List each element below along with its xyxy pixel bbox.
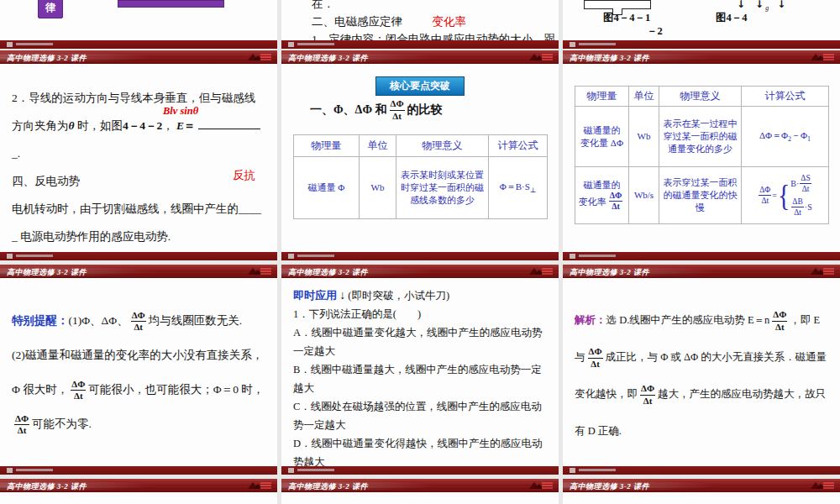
slide-answer-analysis[interactable]: 高中物理选修 3-2 课件 解析：选 D.线圈中产生的感应电动势 E＝nΔΦΔt… bbox=[563, 265, 840, 475]
slide-sorter-grid: 律 在． 二、电磁感应定律 变化率 1．定律内容：闭合电路中感应电动势的大小，跟… bbox=[0, 0, 840, 504]
fraction: ΔΦΔt bbox=[609, 192, 623, 213]
slide-top-right[interactable]: 图4－4－1 －2 ↓↓g↓ 图4－4 bbox=[563, 0, 840, 49]
table-cell: 磁通量的 变化量 ΔΦ bbox=[575, 107, 629, 167]
answer-text: 变化率 bbox=[432, 15, 466, 28]
slide-bottom-middle[interactable]: 高中物理选修 3-2 课件 bbox=[281, 479, 559, 504]
slide-header-title: 高中物理选修 3-2 课件 bbox=[570, 53, 649, 64]
arrow-label: g bbox=[765, 4, 769, 12]
body-line: _ 电源电动势作用的感应电动势. bbox=[12, 223, 267, 250]
table-cell: 表示在某一过程中穿过某一面积的磁通量变化的多少 bbox=[659, 107, 742, 167]
slide-footer-bar bbox=[281, 252, 559, 260]
down-arrow-icon: ↓ bbox=[737, 0, 755, 10]
table-cell: 磁通量 Φ bbox=[294, 157, 360, 219]
emf-symbol: E bbox=[176, 119, 184, 132]
slide-header-bar: 高中物理选修 3-2 课件 bbox=[281, 479, 559, 492]
slide-header-bar: 高中物理选修 3-2 课件 bbox=[0, 265, 277, 278]
slide-header-bar: 高中物理选修 3-2 课件 bbox=[0, 50, 277, 64]
analysis-label: 解析： bbox=[575, 314, 606, 326]
instant-application-label: 即时应用 bbox=[293, 289, 337, 302]
table-cell: 表示穿过某一面积的磁通量变化的快慢 bbox=[659, 167, 742, 224]
fill-in-blank: Blv sinθ bbox=[198, 118, 260, 129]
slide-header-bar: 高中物理选修 3-2 课件 bbox=[563, 50, 840, 64]
concept-box-label: 律 bbox=[45, 1, 55, 15]
slide-bottom-right[interactable]: 高中物理选修 3-2 课件 bbox=[563, 479, 840, 504]
slide-special-reminder[interactable]: 高中物理选修 3-2 课件 特别提醒：(1)Φ、ΔΦ、ΔΦΔt均与线圈匝数无关.… bbox=[0, 265, 277, 475]
slide-header-title: 高中物理选修 3-2 课件 bbox=[7, 267, 87, 278]
publisher-logo-icon bbox=[809, 52, 834, 62]
slide-header-bar: 高中物理选修 3-2 课件 bbox=[281, 265, 559, 278]
slide-bottom-left[interactable]: 高中物理选修 3-2 课件 bbox=[0, 479, 277, 504]
slide-top-left[interactable]: 律 bbox=[0, 0, 277, 49]
slide-header-title: 高中物理选修 3-2 课件 bbox=[7, 53, 87, 64]
slide-header-title: 高中物理选修 3-2 课件 bbox=[288, 267, 368, 278]
watermark-text bbox=[579, 43, 616, 45]
answer-text: 反抗 bbox=[233, 161, 255, 189]
watermark-icon bbox=[7, 468, 13, 473]
figure-caption: 图4－4－1 bbox=[603, 11, 650, 25]
field-arrows-figure: ↓↓g↓ bbox=[737, 0, 795, 10]
slide-instant-application[interactable]: 高中物理选修 3-2 课件 即时应用 ↓ (即时突破，小试牛刀) 1．下列说法正… bbox=[281, 265, 559, 475]
slide-header-bar: 高中物理选修 3-2 课件 bbox=[281, 50, 559, 64]
reminder-label: 特别提醒： bbox=[12, 314, 69, 327]
publisher-logo-icon bbox=[528, 52, 553, 62]
rate-formula: ΔΦΔt = { B·ΔSΔt ΔBΔt·S bbox=[744, 174, 826, 217]
watermark-icon bbox=[288, 42, 294, 47]
watermark-icon bbox=[288, 254, 294, 259]
table-cell: Wb bbox=[360, 157, 396, 219]
slide-header-bar: 高中物理选修 3-2 课件 bbox=[0, 479, 277, 492]
question-stem: 1．下列说法正确的是( ) bbox=[293, 305, 550, 323]
watermark-text bbox=[16, 43, 53, 45]
slide-header-title: 高中物理选修 3-2 课件 bbox=[288, 53, 368, 64]
body-line: 电机转动时，由于切割磁感线，线圈中产生的____ bbox=[12, 195, 267, 223]
perp-subscript: ⊥ bbox=[530, 186, 537, 194]
body-line: 方向夹角为θ 时，如图4－4－2， E＝ Blv sinθ bbox=[12, 112, 267, 139]
slide-footer-bar bbox=[281, 40, 559, 49]
slide-header-title: 高中物理选修 3-2 课件 bbox=[7, 481, 87, 492]
publisher-logo-icon bbox=[528, 480, 553, 491]
slide-motional-emf[interactable]: 高中物理选修 3-2 课件 2．导线的运动方向与导线本身垂直，但与磁感线 方向夹… bbox=[0, 50, 277, 260]
section-heading: 四、反电动势 反抗 bbox=[12, 167, 267, 195]
watermark-text bbox=[297, 255, 334, 257]
slide-top-middle[interactable]: 在． 二、电磁感应定律 变化率 1．定律内容：闭合电路中感应电动势的大小，跟 bbox=[281, 0, 559, 49]
figure-caption: 图4－4 bbox=[716, 11, 748, 25]
table-header-cell: 计算公式 bbox=[742, 87, 829, 107]
slide-header-title: 高中物理选修 3-2 课件 bbox=[570, 481, 649, 492]
flux-compare-table: 物理量 单位 物理意义 计算公式 磁通量 Φ Wb 表示某时刻或某位置时穿过某一… bbox=[293, 134, 548, 219]
slide-header-bar: 高中物理选修 3-2 课件 bbox=[563, 479, 840, 492]
slide-footer-bar bbox=[281, 466, 559, 475]
watermark-text bbox=[16, 469, 53, 471]
watermark-icon bbox=[570, 468, 575, 473]
fraction: ΔSΔt bbox=[800, 174, 811, 194]
publisher-logo-icon bbox=[809, 480, 834, 491]
publisher-logo-icon bbox=[528, 266, 553, 276]
watermark-text bbox=[297, 469, 334, 471]
table-cell: Φ＝B·S⊥ bbox=[489, 157, 548, 219]
table-header-cell: 物理量 bbox=[294, 135, 360, 157]
watermark-icon bbox=[7, 42, 13, 47]
fraction: ΔΦΔt bbox=[71, 380, 86, 402]
publisher-logo-icon bbox=[246, 266, 271, 276]
watermark-icon bbox=[570, 254, 575, 259]
fraction: ΔΦΔt bbox=[14, 414, 29, 437]
option-c: C．线圈处在磁场越强的位置，线圈中产生的感应电动势一定越大 bbox=[293, 397, 550, 434]
table-header-cell: 单位 bbox=[360, 135, 396, 157]
theta-symbol: θ bbox=[69, 119, 75, 132]
table-cell: ΔΦ＝Φ2－Φ1 bbox=[742, 107, 829, 167]
slide-footer-bar bbox=[0, 252, 277, 260]
slide-key-points-flux[interactable]: 高中物理选修 3-2 课件 核心要点突破 一、Φ、ΔΦ 和 ΔΦΔt 的比较 物… bbox=[281, 50, 559, 260]
publisher-logo-icon bbox=[809, 266, 834, 276]
table-header-cell: 计算公式 bbox=[489, 135, 548, 157]
slide-flux-change-table[interactable]: 高中物理选修 3-2 课件 物理量 单位 物理意义 计算公式 磁通量的 变化量 … bbox=[563, 50, 840, 260]
slide-title: 一、Φ、ΔΦ 和 ΔΦΔt 的比较 bbox=[310, 99, 443, 122]
table-header-cell: 物理意义 bbox=[396, 135, 489, 157]
table-cell: Wb bbox=[629, 107, 659, 167]
section-label-line: 即时应用 ↓ (即时突破，小试牛刀) bbox=[293, 286, 550, 305]
figure-ref: 4－4－2 bbox=[123, 119, 162, 132]
fraction: ΔBΔt bbox=[791, 197, 803, 218]
fraction: ΔΦΔt bbox=[390, 99, 405, 122]
answer-text: Blv sinθ bbox=[163, 105, 198, 118]
watermark-icon bbox=[288, 468, 294, 473]
table-cell: 表示某时刻或某位置时穿过某一面积的磁感线条数的多少 bbox=[396, 157, 489, 219]
body-line: 2．导线的运动方向与导线本身垂直，但与磁感线 bbox=[12, 84, 267, 112]
slide-header-title: 高中物理选修 3-2 课件 bbox=[570, 267, 649, 278]
